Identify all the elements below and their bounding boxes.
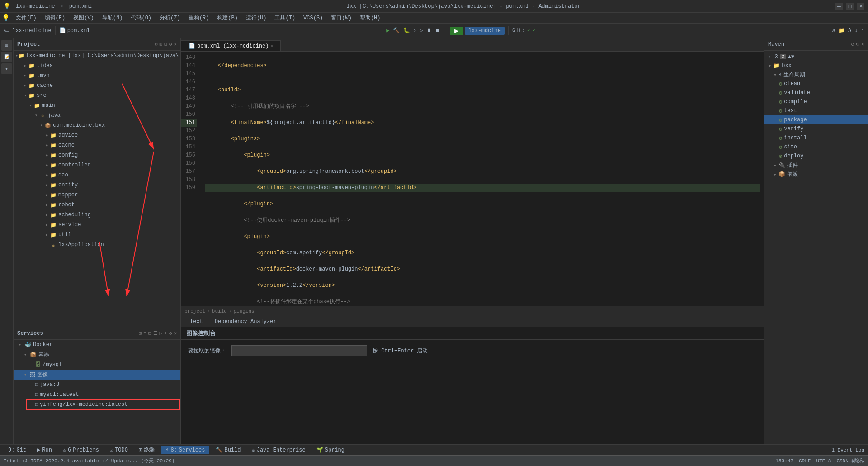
tree-item-app[interactable]: ☕ lxxApplication [14, 240, 180, 250]
maven-settings-icon[interactable]: ⚙ [856, 41, 859, 48]
editor-tab-pom[interactable]: 📄 pom.xml (lxx-medicine) ✕ [181, 40, 281, 51]
project-gear-icon[interactable]: ⚙ [169, 41, 172, 47]
bottom-tab-build[interactable]: 🔨 Build [211, 446, 245, 454]
docker-root-item[interactable]: ▾ 🐳 Docker [14, 340, 180, 350]
services-tool1-icon[interactable]: ⊞ [139, 330, 142, 336]
bottom-tab-terminal[interactable]: ⊞ 终端 [134, 445, 159, 455]
bottom-tab-run[interactable]: ▶ Run [33, 446, 57, 454]
menu-view[interactable]: 视图(V) [70, 13, 98, 23]
tree-item-config[interactable]: ▸ 📁 config [14, 150, 180, 160]
bottom-tab-problems[interactable]: ⚠ 6 Problems [58, 446, 104, 454]
images-item[interactable]: ▾ 🖼 图像 [14, 370, 180, 380]
bottom-tab-services[interactable]: ⚡ 8: Services [161, 446, 209, 454]
minimize-button[interactable]: ─ [835, 3, 843, 10]
bottom-tab-git[interactable]: 9: Git [4, 446, 31, 454]
maven-item-clean[interactable]: ⚙ clean [764, 79, 868, 88]
tree-item-advice[interactable]: ▸ 📁 advice [14, 130, 180, 140]
maven-lifecycle[interactable]: ▾ ⚡ 生命周期 [764, 70, 868, 79]
maximize-button[interactable]: □ [846, 3, 854, 10]
breadcrumb-project[interactable]: project [184, 309, 205, 314]
status-idea-update[interactable]: IntelliJ IDEA 2020.2.4 available // Upda… [4, 457, 175, 464]
services-tool2-icon[interactable]: ≡ [143, 331, 146, 336]
menu-vcs[interactable]: VCS(S) [300, 14, 326, 22]
services-tool4-icon[interactable]: ☰ [153, 330, 158, 336]
tree-item-entity[interactable]: ▸ 📁 entity [14, 180, 180, 190]
menu-analyze[interactable]: 分析(Z) [156, 13, 184, 23]
services-tool6-icon[interactable]: + [164, 331, 167, 336]
maven-root-bxx[interactable]: ▾ 📁 bxx [764, 61, 868, 70]
mysql-container-item[interactable]: 🗄 /mysql [14, 360, 180, 370]
tree-item-root[interactable]: ▾ 📁 lxx-medicine [lxx] C:\Users\admin\De… [14, 51, 180, 61]
menu-code[interactable]: 代码(O) [127, 13, 155, 23]
menu-navigate[interactable]: 导航(N) [99, 13, 127, 23]
menu-file[interactable]: 文件(F) [12, 13, 40, 23]
image-java8[interactable]: □ java:8 [14, 380, 180, 390]
tree-item-java[interactable]: ▾ ☕ java [14, 110, 180, 120]
maven-plugins[interactable]: ▸ 🔌 插件 [764, 161, 868, 170]
tab-dependency-analyzer[interactable]: Dependency Analyzer [209, 318, 282, 326]
maven-item-package[interactable]: ⚙ package [764, 115, 868, 124]
run-icon[interactable]: ▶ [386, 27, 389, 34]
services-close-icon[interactable]: ✕ [174, 330, 177, 336]
tree-item-idea[interactable]: ▸ 📁 .idea [14, 61, 180, 71]
docker-pull-input[interactable] [231, 345, 367, 356]
image-yinfeng[interactable]: □ yinfeng/lxx-medicine:latest [14, 399, 180, 409]
maven-item-install[interactable]: ⚙ install [764, 133, 868, 143]
tab-text[interactable]: Text [184, 318, 208, 326]
project-expand-icon[interactable]: ⊞ [160, 41, 163, 47]
maven-refresh-icon[interactable]: ↺ [851, 41, 854, 48]
favorites-icon[interactable]: ★ [1, 63, 12, 74]
tree-item-controller[interactable]: ▸ 📁 controller [14, 160, 180, 170]
toolbar-file-tab[interactable]: 📄 pom.xml [59, 27, 90, 34]
services-tool5-icon[interactable]: ▷ [160, 330, 163, 336]
tree-item-main[interactable]: ▾ 📁 main [14, 100, 180, 110]
bottom-tab-todo[interactable]: ☑ TODO [105, 446, 132, 454]
run-button[interactable]: ▶ [450, 27, 463, 35]
menu-run[interactable]: 运行(U) [242, 13, 270, 23]
services-settings-icon[interactable]: ⚙ [169, 330, 172, 336]
tree-item-src[interactable]: ▾ 📁 src [14, 90, 180, 100]
status-csdn[interactable]: CSDN @隐私 [836, 457, 864, 464]
image-mysql[interactable]: □ mysql:latest [14, 390, 180, 399]
tree-item-scheduling[interactable]: ▸ 📁 scheduling [14, 210, 180, 220]
maven-item-site[interactable]: ⚙ site [764, 143, 868, 152]
menu-window[interactable]: 窗口(W) [327, 13, 355, 23]
code-content[interactable]: </dependencies> <build> <!-- 引用我们的项目名字 -… [201, 52, 764, 306]
menu-tools[interactable]: 工具(T) [271, 13, 299, 23]
branch-selector[interactable]: lxx-mdcine [465, 27, 505, 35]
event-log-btn[interactable]: 1 Event Log [831, 447, 864, 453]
menu-help[interactable]: 帮助(H) [356, 13, 384, 23]
toolbar-project-tab[interactable]: 🏷 lxx-medicine [4, 27, 52, 34]
menu-build[interactable]: 构建(B) [213, 13, 241, 23]
services-tool3-icon[interactable]: ⊟ [148, 330, 151, 336]
maven-item-verify[interactable]: ⚙ verify [764, 124, 868, 133]
status-encoding[interactable]: CRLF [799, 458, 811, 464]
status-file-type[interactable]: UTF-8 [816, 458, 831, 464]
status-line-col[interactable]: 153:43 [775, 458, 793, 464]
maven-close-icon[interactable]: ✕ [861, 41, 864, 48]
bottom-tab-spring[interactable]: 🌱 Spring [312, 446, 349, 454]
menu-refactor[interactable]: 重构(R) [185, 13, 213, 23]
project-collapse-icon[interactable]: ⊟ [164, 41, 167, 47]
tree-item-mvn[interactable]: ▸ 📁 .mvn [14, 71, 180, 81]
maven-item-test[interactable]: ⚙ test [764, 106, 868, 115]
maven-dependencies[interactable]: ▸ 📦 依赖 [764, 170, 868, 179]
close-button[interactable]: ✕ [857, 3, 864, 10]
tree-item-package[interactable]: ▾ 📦 com.medicine.bxx [14, 120, 180, 130]
tree-item-robot[interactable]: ▸ 📁 robot [14, 200, 180, 210]
containers-item[interactable]: ▾ 📦 容器 [14, 350, 180, 360]
maven-item-validate[interactable]: ⚙ validate [764, 88, 868, 97]
maven-item-compile[interactable]: ⚙ compile [764, 97, 868, 106]
bottom-tab-java-enterprise[interactable]: ☕ Java Enterprise [247, 446, 310, 454]
project-close-icon[interactable]: ✕ [174, 41, 177, 47]
menu-edit[interactable]: 编辑(E) [41, 13, 69, 23]
project-settings-icon[interactable]: ⚙ [155, 41, 158, 47]
tree-item-util[interactable]: ▸ 📁 util [14, 230, 180, 240]
commit-icon[interactable]: 📝 [1, 52, 12, 62]
tree-item-mapper[interactable]: ▸ 📁 mapper [14, 190, 180, 200]
tree-item-service[interactable]: ▸ 📁 service [14, 220, 180, 230]
tab-close-icon[interactable]: ✕ [270, 43, 273, 49]
breadcrumb-build[interactable]: build [212, 309, 227, 314]
tree-item-cache-root[interactable]: ▸ 📁 cache [14, 81, 180, 90]
structure-icon[interactable]: ⊞ [1, 40, 12, 51]
